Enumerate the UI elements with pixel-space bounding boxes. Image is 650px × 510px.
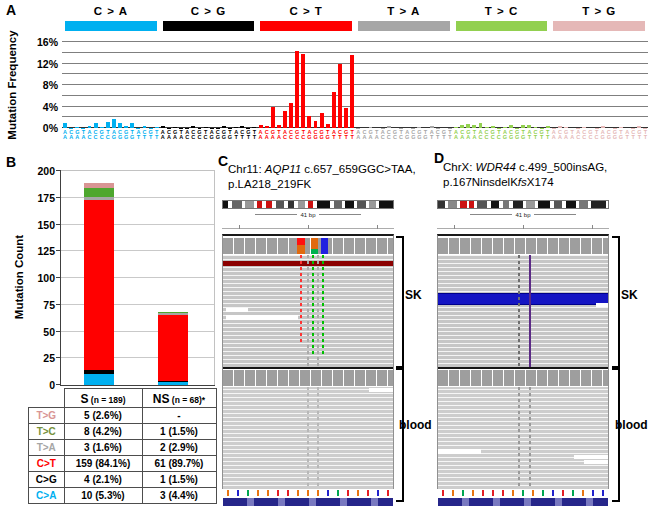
sequence-base-tick (327, 490, 329, 496)
chromosome-ideogram (222, 200, 394, 209)
sk-bracket (612, 236, 620, 368)
gene-track (438, 498, 608, 506)
table-row: T>G5 (2.6%)- (29, 408, 217, 424)
locus-ruler: 41 bp (437, 210, 609, 232)
freq-bar (100, 127, 104, 128)
sequence-base-tick (317, 490, 319, 496)
freq-bar (216, 128, 220, 129)
ideogram-band (266, 201, 273, 208)
freq-bar (521, 125, 525, 128)
category-label: C > A (65, 5, 157, 17)
freq-bar (546, 126, 550, 128)
scale-line-left (470, 214, 512, 215)
category-colorbar (260, 21, 352, 31)
category-label: C > T (260, 5, 352, 17)
ideogram-band (448, 201, 457, 208)
igv-screenshot-aqp11: 41 bp (222, 200, 394, 506)
category-label: T > A (358, 5, 450, 17)
freq-bar (81, 128, 85, 129)
stack-segment-C>G (158, 381, 188, 382)
table-header-row: S (n = 189)NS (n = 68)* (29, 389, 217, 408)
ideogram-band (503, 201, 510, 208)
read-gap (226, 315, 297, 320)
coverage-track-blood (438, 370, 608, 386)
title-segment: p.167NinsdelK (443, 176, 518, 188)
variant-dashed-line (312, 255, 314, 356)
blood-bracket (612, 368, 620, 502)
freq-bar (265, 126, 269, 128)
variant-dashed-line (518, 255, 520, 367)
coverage-track-blood (223, 370, 393, 386)
read-gap (226, 308, 248, 312)
y-tick-mark (56, 170, 60, 171)
freq-bar (472, 125, 476, 128)
variant-dashed-line (518, 387, 520, 489)
ideogram-band (308, 201, 313, 208)
ideogram-band (317, 201, 331, 208)
read-gap (438, 449, 481, 454)
y-tick-label: 100 (25, 272, 55, 284)
trinucleotide-context-labels: AACAGATAACCCGCTCAGCGGGTGATCTGTTTAACAGATA… (62, 130, 648, 144)
ideogram-band (276, 201, 285, 208)
s-value-cell: 3 (1.6%) (64, 440, 142, 456)
sequence-base-tick (257, 490, 259, 496)
sequence-base-tick (287, 490, 289, 496)
ns-value-cell: 2 (2.9%) (142, 440, 216, 456)
y-axis-line (60, 170, 61, 386)
mutation-count-plot: 0255075100125150175200 (60, 170, 215, 386)
ideogram-band (257, 201, 262, 208)
y-tick-mark (56, 224, 60, 225)
category-header: T > C (453, 5, 551, 38)
stack-segment-C>T (84, 200, 114, 370)
read-gap (574, 455, 608, 459)
blood-bracket (396, 368, 404, 502)
panel-d: D ChrX: WDR44 c.499_500insAG,p.167Ninsde… (434, 150, 650, 510)
s-value-cell: 4 (2.1%) (64, 472, 142, 488)
freq-bar (204, 127, 208, 128)
y-tick-label: 200 (25, 165, 55, 177)
freq-bar (314, 121, 318, 129)
mutation-type-label: T>A (29, 440, 65, 456)
insertion-line (529, 255, 531, 367)
title-segment: Chr11: (228, 163, 265, 175)
freq-bar (149, 128, 153, 129)
y-tick-mark (56, 331, 60, 332)
ideogram-band (566, 201, 576, 208)
ruler-tick (377, 225, 378, 229)
sequence-base-tick (277, 490, 279, 496)
scale-line-right (319, 214, 361, 215)
s-value-cell: 8 (4.2%) (64, 424, 142, 440)
category-header: C > T (257, 5, 355, 38)
y-tick-mark (56, 250, 60, 251)
mutation-class-header: C > AC > GC > TT > AT > CT > G (62, 5, 648, 38)
table-row: C>T159 (84.1%)61 (89.7%) (29, 456, 217, 472)
ideogram-band (438, 201, 445, 208)
freq-bar (399, 128, 403, 129)
freq-bar (210, 128, 214, 129)
freq-bar (534, 127, 538, 128)
y-tick-label: 150 (25, 219, 55, 231)
ideogram-band (288, 201, 295, 208)
ideogram-band (298, 201, 305, 208)
freq-bar (332, 92, 336, 129)
sequence-base-tick (482, 490, 484, 496)
mutation-type-label: T>G (29, 408, 65, 424)
title-segment: fs (518, 176, 527, 188)
freq-bar (527, 125, 531, 128)
freq-bar (552, 128, 556, 129)
sequence-base-tick (512, 490, 514, 496)
freq-bar (613, 128, 617, 129)
reads-track-sk (438, 255, 608, 367)
freq-bar (582, 127, 586, 128)
sequence-base-tick (452, 490, 454, 496)
ideogram-band (334, 201, 343, 208)
igv-screenshot-wdr44: 41 bp (437, 200, 609, 506)
freq-bar (350, 55, 354, 128)
highlighted-read-row (438, 293, 608, 305)
y-tick-label: 125 (25, 245, 55, 257)
variant-dashed-line (317, 387, 319, 489)
table-row: C>A10 (5.3%)3 (4.4%) (29, 488, 217, 504)
reads-track-blood (223, 387, 393, 489)
ideogram-band (369, 201, 376, 208)
title-segment: c.657_659GGC>TAA, (301, 163, 416, 175)
